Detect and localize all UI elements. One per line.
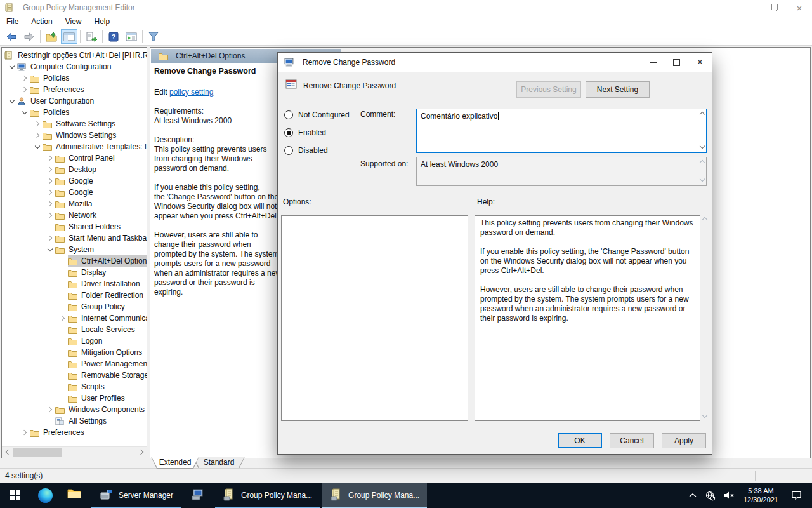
radio-disabled[interactable]: Disabled — [284, 145, 328, 156]
show-hidden-icons-button[interactable] — [684, 483, 701, 508]
ok-button[interactable]: OK — [558, 433, 602, 448]
chevron-right-icon[interactable] — [45, 168, 55, 171]
taskbar-clock[interactable]: 5:38 AM 12/30/2021 — [738, 483, 783, 508]
file-explorer-taskbar-button[interactable] — [60, 483, 89, 508]
dialog-close-button[interactable]: × — [688, 53, 712, 72]
cancel-button[interactable]: Cancel — [610, 433, 654, 448]
menu-file[interactable]: File — [0, 15, 25, 28]
tree-item[interactable]: Windows Settings — [2, 130, 147, 141]
tree-item[interactable]: Start Menu and Taskbar — [2, 232, 147, 244]
taskbar-button-gpmc[interactable] — [183, 483, 213, 508]
tree-item[interactable]: Ctrl+Alt+Del Option — [2, 255, 147, 267]
dialog-minimize-button[interactable] — [641, 53, 665, 72]
chevron-right-icon[interactable] — [32, 122, 43, 126]
previous-setting-button[interactable]: Previous Setting — [516, 81, 581, 98]
scroll-right-button[interactable] — [136, 447, 147, 457]
menu-action[interactable]: Action — [25, 15, 58, 28]
scroll-down-icon[interactable] — [700, 144, 705, 149]
tree-item[interactable]: Shared Folders — [2, 221, 147, 232]
export-list-button[interactable] — [83, 29, 100, 44]
tree-item[interactable]: Administrative Templates: P — [2, 141, 147, 152]
radio-enabled[interactable]: Enabled — [284, 128, 326, 138]
tree-item[interactable]: Display — [2, 267, 147, 278]
scroll-down-icon[interactable] — [702, 413, 707, 418]
tree-item[interactable]: Software Settings — [2, 118, 147, 130]
tab-extended[interactable]: Extended — [151, 457, 199, 469]
chevron-right-icon[interactable] — [20, 76, 30, 80]
chevron-right-icon[interactable] — [45, 190, 55, 194]
scroll-left-button[interactable] — [2, 447, 13, 457]
menu-help[interactable]: Help — [88, 15, 117, 28]
scrollbar-thumb[interactable] — [13, 448, 62, 457]
chevron-down-icon[interactable] — [20, 112, 30, 114]
chevron-down-icon[interactable] — [7, 66, 17, 68]
tree-item[interactable]: Preferences — [2, 427, 147, 438]
tree-item[interactable]: User Configuration — [2, 95, 147, 107]
chevron-right-icon[interactable] — [45, 202, 55, 206]
start-button[interactable] — [0, 483, 30, 508]
dialog-maximize-button[interactable] — [665, 53, 688, 72]
comment-textarea[interactable]: Comentário explicativo — [416, 109, 707, 153]
console-tree-toggle-button[interactable] — [61, 29, 77, 44]
chevron-right-icon[interactable] — [45, 156, 55, 160]
tree-item[interactable]: Power Management — [2, 358, 147, 370]
chevron-right-icon[interactable] — [45, 179, 55, 183]
tree-item[interactable]: Windows Components — [2, 404, 147, 415]
tree-item[interactable]: Scripts — [2, 381, 147, 392]
restore-button[interactable] — [761, 0, 787, 15]
tree-item[interactable]: Desktop — [2, 164, 147, 175]
up-one-level-button[interactable] — [43, 29, 60, 44]
minimize-button[interactable] — [736, 0, 761, 15]
chevron-right-icon[interactable] — [45, 213, 55, 217]
close-button[interactable]: × — [787, 0, 812, 15]
chevron-down-icon[interactable] — [7, 100, 17, 102]
help-button[interactable]: ? — [105, 29, 122, 44]
tree-item[interactable]: System — [2, 244, 147, 255]
chevron-right-icon[interactable] — [45, 408, 55, 411]
tree-item[interactable]: Control Panel — [2, 152, 147, 164]
tree-item[interactable]: Network — [2, 210, 147, 221]
tree-item[interactable]: Policies — [2, 72, 147, 84]
radio-not-configured[interactable]: Not Configured — [284, 110, 350, 120]
scroll-up-icon[interactable] — [700, 112, 705, 117]
tree-item[interactable]: Logon — [2, 335, 147, 347]
chevron-right-icon[interactable] — [58, 316, 68, 320]
chevron-right-icon[interactable] — [20, 431, 30, 434]
filter-button[interactable] — [145, 29, 162, 44]
chevron-right-icon[interactable] — [45, 236, 55, 240]
tree-item[interactable]: Computer Configuration — [2, 61, 147, 72]
taskbar-button-server-manager[interactable]: Server Manager — [91, 483, 181, 508]
apply-button[interactable]: Apply — [662, 433, 706, 448]
tree-horizontal-scrollbar[interactable] — [2, 446, 147, 458]
scroll-up-icon[interactable] — [700, 160, 705, 165]
show-window-button[interactable] — [123, 29, 140, 44]
tree-item[interactable]: Restringir opções Ctrl+Alt+Del [PHR.R — [2, 50, 147, 61]
help-scrollbar[interactable] — [702, 215, 709, 421]
tree-item[interactable]: Driver Installation — [2, 278, 147, 290]
chevron-right-icon[interactable] — [20, 88, 30, 91]
taskbar-button-gpo-scroll[interactable]: Group Policy Mana... — [322, 483, 427, 508]
tree-item[interactable]: Locale Services — [2, 324, 147, 335]
network-status-button[interactable] — [701, 483, 719, 508]
edge-taskbar-button[interactable] — [30, 483, 60, 508]
menu-view[interactable]: View — [59, 15, 88, 28]
policy-setting-link[interactable]: policy setting — [169, 88, 213, 97]
tree-item[interactable]: User Profiles — [2, 392, 147, 404]
forward-button[interactable] — [21, 29, 37, 44]
tree-item[interactable]: Folder Redirection — [2, 290, 147, 301]
tree-item[interactable]: Group Policy — [2, 301, 147, 312]
radio-button-icon[interactable] — [284, 110, 293, 119]
radio-button-icon[interactable] — [284, 146, 293, 155]
tab-standard[interactable]: Standard — [193, 457, 245, 469]
chevron-right-icon[interactable] — [32, 133, 43, 137]
tree-item[interactable]: All Settings — [2, 415, 147, 427]
scroll-down-icon[interactable] — [700, 177, 705, 182]
tree-item[interactable]: Preferences — [2, 84, 147, 95]
taskbar-button-gpo-scroll[interactable]: Group Policy Mana... — [215, 483, 320, 508]
scroll-up-icon[interactable] — [702, 217, 707, 222]
volume-button[interactable] — [719, 483, 738, 508]
chevron-down-icon[interactable] — [45, 249, 55, 251]
tree-item[interactable]: Internet Communica — [2, 312, 147, 324]
back-button[interactable] — [3, 29, 20, 44]
tree-item[interactable]: Mitigation Options — [2, 347, 147, 358]
